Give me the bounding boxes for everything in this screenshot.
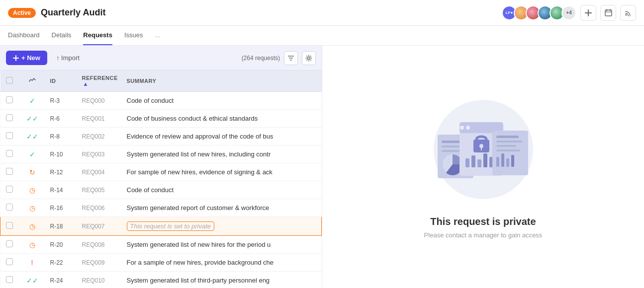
row-summary[interactable]: Code of conduct bbox=[123, 92, 322, 110]
row-summary[interactable]: For a sample of new hires, provide backg… bbox=[123, 254, 322, 272]
row-check[interactable] bbox=[0, 163, 18, 181]
calendar-button[interactable] bbox=[600, 5, 616, 21]
tab-dashboard[interactable]: Dashboard bbox=[8, 26, 40, 45]
table-row[interactable]: ◷ R-20 REQ008 System generated list of n… bbox=[0, 236, 322, 254]
row-id: R-3 bbox=[46, 92, 78, 110]
row-id: R-20 bbox=[46, 236, 78, 254]
table-row[interactable]: ✓ R-10 REQ003 System generated list of n… bbox=[0, 145, 322, 163]
row-reference: REQ005 bbox=[78, 181, 123, 199]
row-summary[interactable]: This request is set to private bbox=[123, 217, 322, 236]
table-row[interactable]: ✓✓ R-8 REQ002 Evidence of review and app… bbox=[0, 128, 322, 145]
row-check[interactable] bbox=[0, 181, 18, 199]
settings-button[interactable] bbox=[302, 51, 316, 65]
new-button[interactable]: + New bbox=[6, 51, 47, 65]
right-panel: This request is private Please contact a… bbox=[322, 46, 644, 288]
row-checkbox[interactable] bbox=[6, 204, 13, 211]
summary-text: Code of conduct bbox=[127, 186, 174, 194]
sort-arrow: ▲ bbox=[83, 81, 89, 87]
private-illustration bbox=[414, 95, 553, 204]
left-panel: + New ↑ Import (264 requests) bbox=[0, 46, 322, 288]
svg-rect-32 bbox=[496, 136, 519, 138]
svg-rect-28 bbox=[477, 159, 481, 167]
row-summary[interactable]: Code of business conduct & ethical stand… bbox=[123, 110, 322, 128]
tab-issues[interactable]: Issues bbox=[124, 26, 143, 45]
row-summary[interactable]: For sample of new hires, evidence of sig… bbox=[123, 163, 322, 181]
filter-button[interactable] bbox=[284, 51, 298, 65]
status-icon: ↻ bbox=[29, 168, 35, 176]
avatar-more[interactable]: +4 bbox=[561, 5, 576, 20]
row-check[interactable] bbox=[0, 128, 18, 145]
svg-rect-34 bbox=[496, 145, 516, 147]
status-icon: ◷ bbox=[29, 241, 35, 249]
table-row[interactable]: ↻ R-12 REQ004 For sample of new hires, e… bbox=[0, 163, 322, 181]
row-summary[interactable]: System generated list of new hires, incl… bbox=[123, 145, 322, 163]
requests-table: ID REFERENCE ▲ SUMMARY ✓ R-3 REQ000 Code… bbox=[0, 71, 322, 288]
calendar-icon bbox=[605, 9, 612, 16]
row-reference: REQ003 bbox=[78, 145, 123, 163]
rss-icon bbox=[625, 9, 632, 16]
row-reference: REQ004 bbox=[78, 163, 123, 181]
col-id[interactable]: ID bbox=[46, 71, 78, 92]
summary-text: Code of conduct bbox=[127, 97, 174, 104]
row-summary[interactable]: System generated report of customer & wo… bbox=[123, 199, 322, 217]
row-checkbox[interactable] bbox=[6, 96, 13, 103]
col-reference[interactable]: REFERENCE ▲ bbox=[78, 71, 123, 92]
row-summary[interactable]: System generated list of third-party per… bbox=[123, 272, 322, 288]
row-id: R-18 bbox=[46, 217, 78, 236]
row-status: ◷ bbox=[18, 199, 46, 217]
row-checkbox[interactable] bbox=[6, 114, 13, 121]
row-check[interactable] bbox=[0, 254, 18, 272]
row-check[interactable] bbox=[0, 110, 18, 128]
rss-button[interactable] bbox=[620, 5, 636, 21]
tab-more[interactable]: ... bbox=[155, 26, 160, 45]
row-checkbox[interactable] bbox=[6, 276, 13, 283]
svg-rect-39 bbox=[511, 155, 514, 167]
row-status: ◷ bbox=[18, 236, 46, 254]
row-summary[interactable]: System generated list of new hires for t… bbox=[123, 236, 322, 254]
row-checkbox[interactable] bbox=[6, 150, 13, 157]
table-row[interactable]: ◷ R-14 REQ005 Code of conduct bbox=[0, 181, 322, 199]
svg-rect-36 bbox=[496, 157, 499, 167]
col-status[interactable] bbox=[18, 71, 46, 92]
row-checkbox[interactable] bbox=[6, 240, 13, 247]
svg-point-6 bbox=[626, 14, 627, 15]
table-row[interactable]: ◷ R-16 REQ006 System generated report of… bbox=[0, 199, 322, 217]
row-status: ✓ bbox=[18, 92, 46, 110]
row-summary[interactable]: Evidence of review and approval of the c… bbox=[123, 128, 322, 145]
table-row[interactable]: ✓ R-3 REQ000 Code of conduct bbox=[0, 92, 322, 110]
select-all-checkbox[interactable] bbox=[6, 77, 13, 84]
tab-requests[interactable]: Requests bbox=[83, 26, 112, 45]
row-id: R-8 bbox=[46, 128, 78, 145]
table-row[interactable]: ! R-22 REQ009 For a sample of new hires,… bbox=[0, 254, 322, 272]
row-check[interactable] bbox=[0, 199, 18, 217]
summary-text: Evidence of review and approval of the c… bbox=[127, 133, 274, 140]
status-icon: ! bbox=[31, 259, 33, 267]
toolbar: + New ↑ Import (264 requests) bbox=[0, 46, 322, 71]
row-check[interactable] bbox=[0, 236, 18, 254]
import-button[interactable]: ↑ Import bbox=[51, 51, 85, 65]
row-checkbox[interactable] bbox=[6, 132, 13, 139]
toolbar-right: (264 requests) bbox=[242, 51, 316, 65]
row-checkbox[interactable] bbox=[6, 222, 13, 229]
table-row[interactable]: ◷ R-18 REQ007 This request is set to pri… bbox=[0, 217, 322, 236]
summary-text: For sample of new hires, evidence of sig… bbox=[127, 168, 273, 176]
table-row[interactable]: ✓✓ R-6 REQ001 Code of business conduct &… bbox=[0, 110, 322, 128]
row-summary[interactable]: Code of conduct bbox=[123, 181, 322, 199]
table-row[interactable]: ✓✓ R-24 REQ010 System generated list of … bbox=[0, 272, 322, 288]
row-id: R-10 bbox=[46, 145, 78, 163]
row-checkbox[interactable] bbox=[6, 258, 13, 265]
row-checkbox[interactable] bbox=[6, 168, 13, 175]
tab-details[interactable]: Details bbox=[52, 26, 72, 45]
svg-rect-15 bbox=[442, 141, 461, 143]
row-check[interactable] bbox=[0, 217, 18, 236]
header-left: Active Quarterly Audit bbox=[8, 7, 105, 18]
add-member-button[interactable] bbox=[580, 5, 596, 21]
col-summary[interactable]: SUMMARY bbox=[123, 71, 322, 92]
row-check[interactable] bbox=[0, 272, 18, 288]
row-check[interactable] bbox=[0, 92, 18, 110]
row-id: R-16 bbox=[46, 199, 78, 217]
status-icon: ◷ bbox=[29, 222, 35, 230]
row-checkbox[interactable] bbox=[6, 186, 13, 193]
svg-rect-29 bbox=[483, 153, 487, 167]
row-check[interactable] bbox=[0, 145, 18, 163]
